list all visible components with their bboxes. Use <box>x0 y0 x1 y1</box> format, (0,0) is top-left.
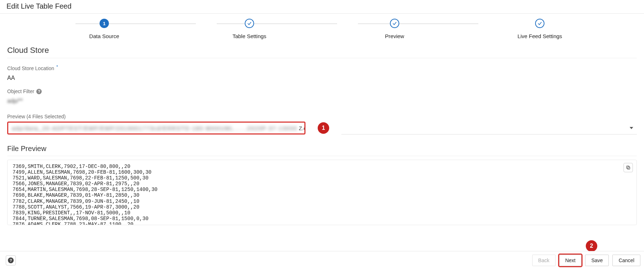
field-object-filter: Object Filter ? adp/** <box>7 88 637 104</box>
cloud-store-location-value[interactable]: AA <box>7 75 637 81</box>
object-filter-value[interactable]: adp/** <box>7 98 637 104</box>
back-button: Back <box>532 255 556 266</box>
question-icon: ? <box>8 257 14 263</box>
step-label: Live Feed Settings <box>518 33 562 39</box>
step-check-icon <box>245 19 254 28</box>
step-data-source[interactable]: 1 Data Source <box>50 19 158 39</box>
step-label: Table Settings <box>233 33 266 39</box>
file-preview-box: 7369,SMITH,CLERK,7902,17-DEC-80,800,,20 … <box>7 160 637 225</box>
step-check-icon <box>390 19 399 28</box>
preview-file-blurred: adp/data_20-ADPTEST/EMP/EMP/2019001773cd… <box>12 125 297 131</box>
required-star-icon: * <box>56 64 58 69</box>
step-number-icon: 1 <box>100 19 109 28</box>
step-label: Data Source <box>89 33 119 39</box>
chevron-down-icon <box>630 127 633 129</box>
wizard-stepper: 1 Data Source Table Settings Preview Liv… <box>0 19 644 39</box>
step-table-settings[interactable]: Table Settings <box>196 19 303 39</box>
file-preview-title: File Preview <box>7 145 637 156</box>
footer-help-button[interactable]: ? <box>6 255 16 265</box>
section-cloud-store-title: Cloud Store <box>7 46 637 58</box>
callout-badge-2: 2 <box>586 240 597 252</box>
svg-rect-1 <box>626 166 629 168</box>
svg-rect-0 <box>627 167 630 169</box>
help-icon[interactable]: ? <box>36 89 42 94</box>
preview-file-select[interactable]: adp/data_20-ADPTEST/EMP/EMP/2019001773cd… <box>7 122 305 134</box>
next-button[interactable]: Next <box>559 255 582 266</box>
preview-file-suffix: Z.csv <box>299 125 305 131</box>
footer-bar: ? Back Next Save Cancel <box>0 251 644 269</box>
step-label: Preview <box>385 33 404 39</box>
step-check-icon <box>535 19 544 28</box>
step-preview[interactable]: Preview <box>341 19 448 39</box>
object-filter-label: Object Filter <box>7 88 34 94</box>
copy-button[interactable] <box>624 163 633 172</box>
save-button[interactable]: Save <box>585 255 609 266</box>
page-title: Edit Live Table Feed <box>0 0 644 14</box>
callout-badge-1: 1 <box>318 122 329 134</box>
cancel-button[interactable]: Cancel <box>612 255 640 266</box>
file-preview-content: 7369,SMITH,CLERK,7902,17-DEC-80,800,,20 … <box>13 164 631 225</box>
preview-files-label: Preview (4 Files Selected) <box>7 114 637 119</box>
preview-file-dropdown[interactable] <box>341 122 637 134</box>
step-live-feed-settings[interactable]: Live Feed Settings <box>486 19 594 39</box>
field-cloud-store-location: Cloud Store Location * AA <box>7 65 637 81</box>
copy-icon <box>626 165 631 170</box>
cloud-store-location-label: Cloud Store Location <box>7 65 54 71</box>
